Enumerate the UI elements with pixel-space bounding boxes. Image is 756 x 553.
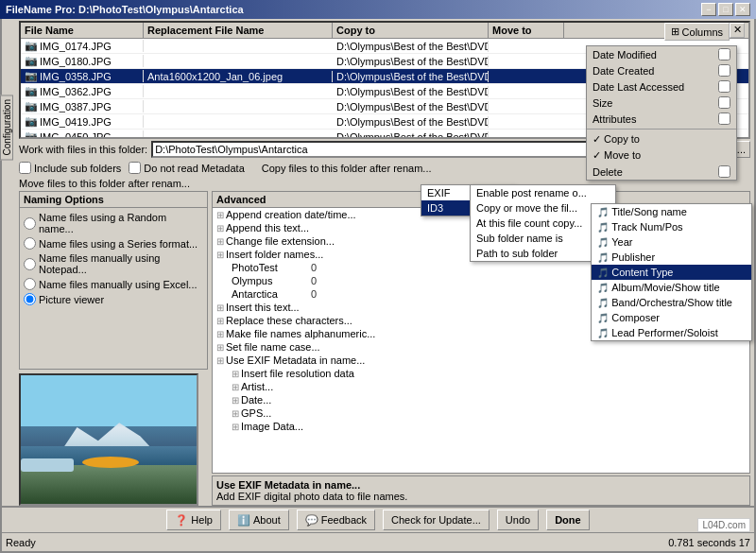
list-item[interactable]: ⊞Append this text... — [213, 221, 749, 234]
status-bar: Ready 0.781 seconds 17 — [2, 532, 754, 551]
list-item[interactable]: Antarctica0 — [213, 287, 749, 301]
preview-image — [21, 375, 197, 504]
advanced-header: Advanced — [213, 192, 749, 208]
desc-title: Use EXIF Metadata in name... — [216, 479, 746, 491]
minimize-button[interactable]: − — [701, 3, 716, 16]
table-row[interactable]: 📷IMG_0419.JPG D:\Olympus\Best of the Bes… — [21, 114, 748, 130]
image-preview — [19, 373, 198, 506]
list-item[interactable]: ⊞Change file extension... — [213, 234, 749, 248]
two-col-layout: Naming Options Name files using a Random… — [19, 191, 750, 506]
folder-path-input[interactable] — [151, 141, 729, 158]
close-list-button[interactable]: ✕ — [730, 23, 745, 38]
help-icon: ❓ — [175, 514, 188, 527]
check-update-button[interactable]: Check for Update... — [383, 510, 490, 530]
feedback-icon: 💬 — [305, 514, 318, 527]
config-tab[interactable]: Configuration — [0, 95, 13, 160]
options-row: Include sub folders Do not read Metadata… — [19, 162, 754, 174]
list-item[interactable]: ⊞Artist... — [213, 380, 749, 393]
plus-icon: ⊞ — [216, 316, 224, 326]
col-replacement-header[interactable]: Replacement File Name — [144, 23, 333, 38]
naming-option-1[interactable]: Name files using a Series format... — [24, 237, 203, 250]
plus-icon: ⊞ — [216, 302, 224, 313]
include-subfolders-label: Include sub folders — [19, 162, 121, 174]
col-moveto-header[interactable]: Move to — [489, 23, 564, 38]
work-folder-row: Work with files in this folder: ... — [19, 141, 750, 158]
naming-options-title: Naming Options — [19, 191, 208, 208]
advanced-section: Advanced ⊞Append creation date/time...⊞A… — [212, 191, 750, 474]
advanced-panel: Advanced ⊞Append creation date/time...⊞A… — [212, 191, 750, 506]
close-button[interactable]: ✕ — [735, 3, 750, 16]
list-item[interactable]: PhotoTest0 — [213, 261, 749, 274]
naming-option-2[interactable]: Name files manually using Notepad... — [24, 252, 203, 275]
copy-label: Copy files to this folder after renam... — [262, 163, 432, 174]
file-list-area: File Name Replacement File Name Copy to … — [19, 21, 750, 139]
naming-option-3[interactable]: Name files manually using Excel... — [24, 278, 203, 290]
table-row[interactable]: 📷IMG_0180.JPG D:\Olympus\Best of the Bes… — [21, 54, 748, 69]
title-bar: FileName Pro: D:\PhotoTest\Olympus\Antar… — [0, 0, 756, 19]
file-list-header: File Name Replacement File Name Copy to … — [21, 23, 748, 39]
naming-options-panel: Naming Options Name files using a Random… — [19, 191, 208, 506]
file-rows: 📷IMG_0174.JPG D:\Olympus\Best of the Bes… — [21, 39, 748, 139]
kayak-shape — [82, 457, 139, 468]
plus-icon: ⊞ — [232, 395, 239, 406]
feedback-button[interactable]: 💬 Feedback — [297, 510, 375, 530]
status-right: 0.781 seconds 17 — [668, 537, 750, 548]
plus-icon: ⊞ — [232, 422, 239, 432]
plus-icon: ⊞ — [216, 210, 224, 220]
window-title: FileName Pro: D:\PhotoTest\Olympus\Antar… — [6, 4, 244, 15]
include-subfolders-checkbox[interactable] — [19, 162, 31, 174]
naming-option-0[interactable]: Name files using a Random name... — [24, 212, 203, 234]
description-area: Use EXIF Metadata in name... Add EXIF di… — [212, 475, 750, 506]
main-window: Configuration File Name Replacement File… — [0, 19, 756, 553]
columns-button[interactable]: ⊞ Columns — [664, 23, 730, 41]
plus-icon: ⊞ — [216, 236, 224, 247]
bottom-toolbar: ❓ Help ℹ️ About 💬 Feedback Check for Upd… — [2, 506, 754, 532]
list-item[interactable]: ⊞Image Data... — [213, 420, 749, 433]
plus-icon: ⊞ — [216, 342, 224, 353]
done-button[interactable]: Done — [546, 510, 590, 530]
ice-shape — [21, 458, 74, 472]
naming-options-content: Name files using a Random name...Name fi… — [19, 208, 208, 370]
list-item[interactable]: ⊞Append creation date/time... — [213, 208, 749, 221]
table-row[interactable]: 📷IMG_0358.JPG Anta1600x1200_Jan_06.jpeg … — [21, 69, 748, 84]
list-item[interactable]: ⊞Set file name case... — [213, 340, 749, 354]
work-folder-label: Work with files in this folder: — [19, 144, 147, 155]
status-text: Ready — [6, 537, 36, 548]
about-icon: ℹ️ — [237, 514, 250, 527]
plus-icon: ⊞ — [216, 250, 224, 260]
table-row[interactable]: 📷IMG_0387.JPG D:\Olympus\Best of the Bes… — [21, 99, 748, 114]
list-item[interactable]: ⊞Date... — [213, 393, 749, 406]
list-item[interactable]: ⊞Make file names alphanumeric... — [213, 327, 749, 340]
help-button[interactable]: ❓ Help — [166, 510, 221, 530]
list-item[interactable]: ⊞Insert folder names... — [213, 248, 749, 261]
columns-icon: ⊞ — [671, 26, 679, 38]
no-metadata-label: Do not read Metadata — [129, 162, 244, 174]
window-controls: − □ ✕ — [701, 3, 750, 16]
browse-button[interactable]: ... — [732, 141, 750, 158]
list-item[interactable]: ⊞Insert file resolution data — [213, 367, 749, 380]
maximize-button[interactable]: □ — [718, 3, 733, 16]
col-filename-header[interactable]: File Name — [21, 23, 144, 38]
list-item[interactable]: ⊞Insert this text... — [213, 301, 749, 314]
move-label: Move files to this folder after renam... — [19, 178, 190, 189]
plus-icon: ⊞ — [232, 369, 239, 379]
plus-icon: ⊞ — [216, 355, 224, 366]
no-metadata-checkbox[interactable] — [129, 162, 141, 174]
table-row[interactable]: 📷IMG_0450.JPG D:\Olympus\Best of the Bes… — [21, 130, 748, 139]
plus-icon: ⊞ — [216, 329, 224, 339]
list-item[interactable]: ⊞Use EXIF Metadata in name... — [213, 354, 749, 367]
list-item[interactable]: ⊞GPS... — [213, 406, 749, 420]
about-button[interactable]: ℹ️ About — [229, 510, 289, 530]
desc-text: Add EXIF digital photo data to file name… — [216, 491, 746, 502]
list-item[interactable]: Olympus0 — [213, 274, 749, 287]
list-item[interactable]: ⊞Replace these characters... — [213, 314, 749, 327]
naming-option-4[interactable]: Picture viewer — [24, 293, 203, 305]
col-copyto-header[interactable]: Copy to — [333, 23, 489, 38]
plus-icon: ⊞ — [216, 223, 224, 233]
plus-icon: ⊞ — [232, 382, 239, 392]
table-row[interactable]: 📷IMG_0362.JPG D:\Olympus\Best of the Bes… — [21, 84, 748, 99]
undo-button[interactable]: Undo — [497, 510, 539, 530]
table-row[interactable]: 📷IMG_0174.JPG D:\Olympus\Best of the Bes… — [21, 39, 748, 54]
move-label-row: Move files to this folder after renam... — [19, 178, 754, 189]
advanced-items: ⊞Append creation date/time...⊞Append thi… — [213, 208, 749, 433]
